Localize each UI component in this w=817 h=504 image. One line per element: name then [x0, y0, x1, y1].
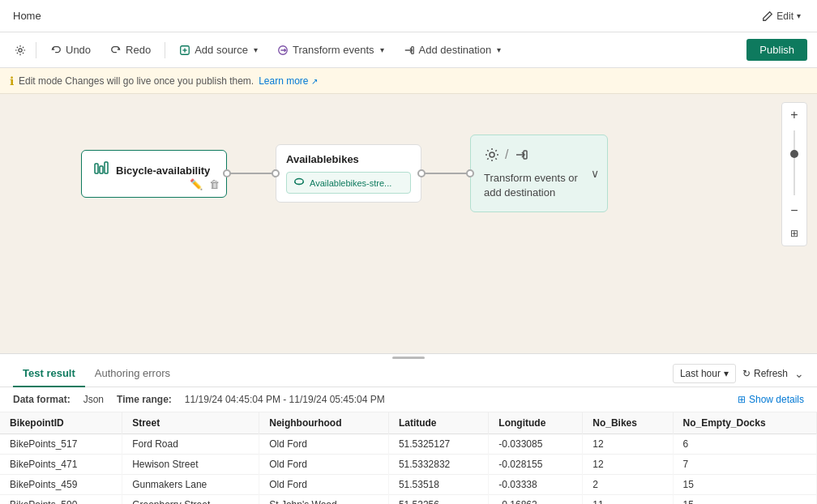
dest-node-chevron-icon[interactable]: ∨: [591, 167, 599, 180]
table-cell: Hewison Street: [122, 455, 259, 475]
source-node[interactable]: Bicycle-availability ✏️ 🗑: [81, 150, 227, 198]
svg-rect-7: [100, 166, 103, 173]
middle-node[interactable]: Availablebikes Availablebikes-stre...: [276, 144, 421, 203]
zoom-controls: + − ⊞: [781, 102, 807, 246]
table-row: BikePoints_471Hewison StreetOld Ford51.5…: [0, 455, 817, 475]
publish-button[interactable]: Publish: [746, 39, 807, 61]
show-details-button[interactable]: ⊞ Show details: [738, 394, 804, 405]
dest-node-icons: /: [484, 147, 529, 163]
select-chevron-icon: ▾: [724, 368, 729, 379]
col-neighbourhood: Neighbourhood: [259, 412, 389, 434]
table-cell: 51.53518: [388, 475, 488, 495]
zoom-slider-track: [793, 130, 795, 195]
svg-point-10: [490, 152, 494, 157]
col-no-empty-docks: No_Empty_Docks: [673, 412, 816, 434]
dest-node[interactable]: / Transform events or add destination ∨: [470, 135, 608, 212]
table-header: BikepointID Street Neighbourhood Latitud…: [0, 412, 817, 434]
add-source-button[interactable]: Add source ▾: [170, 39, 267, 61]
col-street: Street: [122, 412, 259, 434]
gear-icon: [484, 147, 500, 163]
panel-tab-actions: Last hour ▾ ↻ Refresh ⌄: [673, 364, 804, 383]
transform-button[interactable]: Transform events ▾: [268, 39, 393, 61]
zoom-reset-button[interactable]: ⊞: [784, 223, 805, 244]
top-bar-title: Home: [10, 10, 45, 22]
info-icon: ℹ: [10, 75, 14, 88]
middle-output-dot: [417, 169, 426, 177]
transform-chevron-icon: ▾: [380, 45, 384, 54]
destination-icon: [513, 147, 529, 163]
tab-authoring-errors[interactable]: Authoring errors: [85, 361, 180, 387]
undo-icon: [50, 45, 62, 56]
table-body: BikePoints_517Ford RoadOld Ford51.532512…: [0, 434, 817, 505]
canvas: Bicycle-availability ✏️ 🗑 Availablebikes…: [0, 94, 817, 353]
middle-node-title: Availablebikes: [286, 153, 411, 165]
svg-point-0: [19, 48, 22, 51]
source-output-dot: [223, 169, 231, 177]
source-node-icon: [93, 160, 109, 181]
transform-icon: [277, 45, 289, 56]
table-cell: 15: [673, 475, 816, 495]
toolbar: Undo Redo Add source ▾ Transform events …: [0, 32, 817, 68]
table-cell: -0.033085: [489, 434, 583, 455]
time-range-select[interactable]: Last hour ▾: [673, 364, 736, 383]
table-row: BikePoints_590Greenberry StreetSt.John's…: [0, 495, 817, 505]
time-range-value: 11/19/24 04:45:04 PM - 11/19/24 05:45:04…: [185, 394, 385, 405]
dest-node-text: Transform events or add destination: [484, 171, 594, 200]
table-cell: St.John's Wood: [259, 495, 389, 505]
table-cell: 51.5325127: [388, 434, 488, 455]
info-bar: ℹ Edit mode Changes will go live once yo…: [0, 68, 817, 94]
add-source-icon: [179, 45, 190, 56]
settings-button[interactable]: [10, 41, 31, 59]
data-table: BikepointID Street Neighbourhood Latitud…: [0, 412, 817, 504]
col-bikepointid: BikepointID: [0, 412, 122, 434]
table-cell: -0.028155: [489, 455, 583, 475]
refresh-button[interactable]: ↻ Refresh: [742, 368, 788, 379]
zoom-in-button[interactable]: +: [784, 105, 805, 126]
table-cell: BikePoints_471: [0, 455, 122, 475]
table-cell: 12: [583, 455, 673, 475]
panel-drag-handle[interactable]: [0, 354, 817, 361]
expand-button[interactable]: ⌄: [794, 367, 804, 380]
table-cell: Greenberry Street: [122, 495, 259, 505]
panel-meta: Data format: Json Time range: 11/19/24 0…: [0, 387, 817, 412]
data-table-wrap: BikepointID Street Neighbourhood Latitud…: [0, 412, 817, 504]
refresh-icon: ↻: [742, 368, 751, 379]
delete-node-icon[interactable]: 🗑: [209, 178, 220, 190]
edit-node-icon[interactable]: ✏️: [190, 178, 203, 190]
tab-test-result[interactable]: Test result: [13, 361, 85, 387]
drag-line: [392, 357, 425, 359]
edit-button[interactable]: Edit ▾: [755, 7, 807, 25]
settings-icon: [15, 45, 26, 56]
info-message: Edit mode Changes will go live once you …: [19, 75, 254, 87]
external-link-icon: ↗: [311, 77, 318, 86]
add-destination-button[interactable]: Add destination ▾: [395, 39, 511, 61]
source-node-actions: ✏️ 🗑: [190, 178, 220, 190]
stream-icon: [293, 176, 305, 190]
table-cell: BikePoints_590: [0, 495, 122, 505]
zoom-out-button[interactable]: −: [784, 200, 805, 221]
top-bar: Home Edit ▾: [0, 0, 817, 32]
col-latitude: Latitude: [388, 412, 488, 434]
table-cell: Old Ford: [259, 475, 389, 495]
panel-tabs: Test result Authoring errors Last hour ▾…: [0, 361, 817, 387]
svg-rect-8: [105, 162, 108, 173]
separator-slash: /: [505, 147, 508, 162]
redo-button[interactable]: Redo: [101, 39, 160, 61]
top-bar-right: Edit ▾: [755, 7, 807, 25]
table-cell: -0.03338: [489, 475, 583, 495]
edit-icon: [762, 11, 773, 22]
table-row: BikePoints_459Gunmakers LaneOld Ford51.5…: [0, 475, 817, 495]
undo-button[interactable]: Undo: [41, 39, 100, 61]
add-source-chevron-icon: ▾: [254, 45, 258, 54]
table-row: BikePoints_517Ford RoadOld Ford51.532512…: [0, 434, 817, 455]
table-cell: 7: [673, 455, 816, 475]
add-destination-icon: [404, 45, 415, 56]
stream-label: Availablebikes-stre...: [310, 178, 391, 188]
grid-icon: ⊞: [738, 394, 746, 405]
table-cell: 11: [583, 495, 673, 505]
data-format-value: Json: [83, 394, 104, 405]
data-format-label: Data format:: [13, 394, 71, 405]
table-cell: 15: [673, 495, 816, 505]
table-cell: Old Ford: [259, 434, 389, 455]
learn-more-link[interactable]: Learn more ↗: [259, 75, 318, 87]
